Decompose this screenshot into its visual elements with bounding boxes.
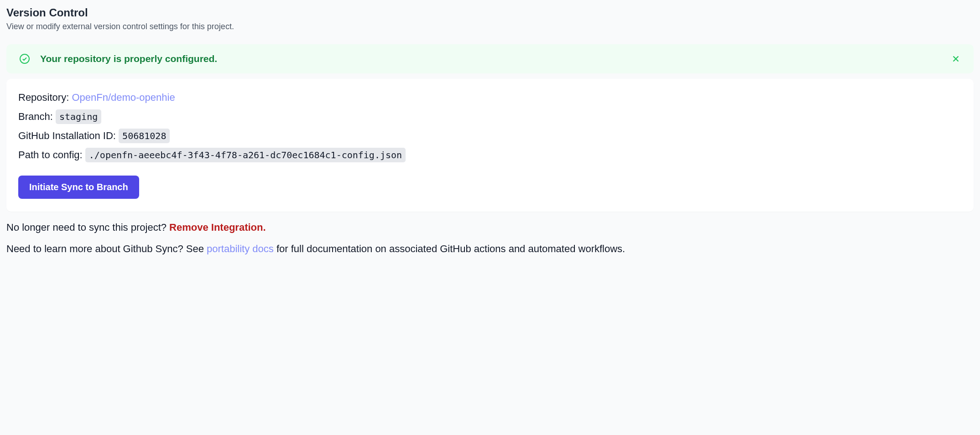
branch-row: Branch: staging [18,111,962,123]
repository-link[interactable]: OpenFn/demo-openhie [72,92,175,103]
installation-value: 50681028 [119,129,170,143]
alert-message: Your repository is properly configured. [40,53,217,64]
repo-details-card: Repository: OpenFn/demo-openhie Branch: … [6,79,974,212]
docs-text: Need to learn more about Github Sync? Se… [6,241,974,256]
portability-docs-link[interactable]: portability docs [207,243,274,254]
config-path-label: Path to config: [18,149,83,161]
remove-integration-text: No longer need to sync this project? Rem… [6,220,974,235]
branch-label: Branch: [18,111,53,122]
svg-point-0 [20,54,29,63]
repository-label: Repository: [18,92,69,103]
alert-content: Your repository is properly configured. [19,53,217,64]
installation-label: GitHub Installation ID: [18,130,116,141]
config-path-value: ./openfn-aeeebc4f-3f43-4f78-a261-dc70ec1… [85,148,406,162]
close-icon[interactable] [951,54,961,64]
docs-prefix: Need to learn more about Github Sync? Se… [6,243,207,254]
remove-integration-link[interactable]: Remove Integration. [169,222,266,233]
branch-value: staging [56,109,101,124]
docs-suffix: for full documentation on associated Git… [276,243,625,254]
installation-row: GitHub Installation ID: 50681028 [18,130,962,142]
config-path-row: Path to config: ./openfn-aeeebc4f-3f43-4… [18,149,962,161]
page-title: Version Control [6,6,974,19]
page-subtitle: View or modify external version control … [6,22,974,31]
initiate-sync-button[interactable]: Initiate Sync to Branch [18,176,139,199]
check-circle-icon [19,53,30,64]
repository-row: Repository: OpenFn/demo-openhie [18,92,962,104]
success-alert: Your repository is properly configured. [6,44,974,73]
remove-prefix: No longer need to sync this project? [6,222,169,233]
